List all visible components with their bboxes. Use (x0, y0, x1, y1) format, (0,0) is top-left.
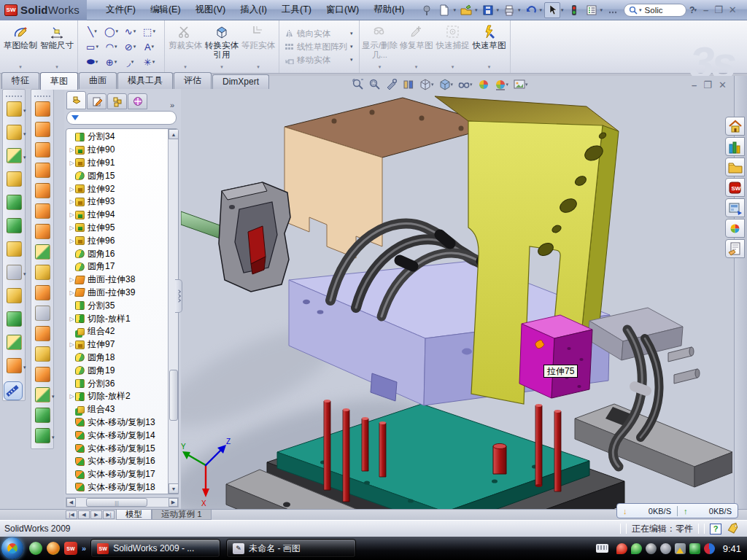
undo-dropdown-icon[interactable]: ▾ (540, 7, 543, 13)
zoom-area-icon[interactable] (368, 78, 382, 91)
custom-properties-button[interactable] (725, 239, 745, 258)
cmd-smartdim[interactable]: 智能尺寸▾ (39, 22, 75, 71)
open-dropdown-icon[interactable]: ▾ (475, 7, 478, 13)
rib-tool-icon[interactable] (7, 288, 22, 303)
select-icon[interactable] (544, 2, 560, 18)
cmd-convert-dropdown-icon[interactable]: ▾ (220, 64, 223, 70)
options-icon[interactable] (584, 2, 600, 18)
help-dropdown-icon[interactable]: ▾ (694, 7, 697, 13)
radiate-surface-tool-icon[interactable] (35, 285, 50, 300)
select-dropdown-icon[interactable]: ▾ (561, 7, 564, 13)
plus-shield-tray-icon[interactable] (689, 543, 700, 554)
open-icon[interactable] (458, 2, 474, 18)
entity-selection-box-icon[interactable]: ⬚▾ (140, 24, 159, 39)
save-icon[interactable] (480, 2, 496, 18)
pin-icon[interactable] (419, 2, 435, 18)
expand-arrow-icon[interactable]: ▷ (69, 186, 75, 192)
tree-item[interactable]: ▷拉伸97 (66, 338, 169, 351)
search-box[interactable]: ▾ Solic (624, 4, 686, 17)
entity-sketch-text-icon[interactable]: A▾ (140, 39, 159, 55)
fillet-dropdown-icon[interactable]: ▾ (23, 155, 26, 160)
menu-V[interactable]: 视图(V) (188, 1, 233, 19)
tree-item[interactable]: ▷曲面-拉伸38 (66, 273, 169, 287)
save-dropdown-icon[interactable]: ▾ (497, 7, 500, 13)
tree-item[interactable]: 实体-移动/复制14 (66, 429, 169, 442)
tree-item[interactable]: ▷拉伸93 (66, 195, 169, 209)
cmd-convert[interactable]: 转换实体引用▾ (204, 22, 240, 71)
filled-surface-tool-icon[interactable] (35, 163, 50, 178)
expand-arrow-icon[interactable]: ▷ (69, 198, 75, 205)
menu-T[interactable]: 工具(T) (274, 1, 319, 19)
apply-scene-dropdown-icon[interactable]: ▾ (506, 82, 509, 88)
parting-surface-tool-icon[interactable]: ▾ (35, 387, 50, 402)
view-settings-icon[interactable]: ▾ (513, 78, 529, 91)
extruded-cut-dropdown-icon[interactable]: ▾ (23, 131, 26, 137)
core-dropdown-icon[interactable]: ▾ (52, 435, 55, 440)
tree-item[interactable]: ▷切除-放样2 (66, 390, 169, 403)
linear-pattern-tool-icon[interactable]: ▾ (7, 265, 22, 280)
ruled-surface-tool-icon[interactable] (35, 142, 50, 158)
scroll-left-arrow[interactable]: ◀ (66, 498, 76, 507)
menu-I[interactable]: 插入(I) (233, 1, 274, 19)
entity-circle-icon[interactable]: ◯▾ (102, 24, 121, 39)
toolbar-grip[interactable] (6, 96, 22, 98)
tree-item[interactable]: ▷拉伸96 (66, 234, 169, 247)
flex-tool-icon[interactable]: ▾ (7, 358, 22, 373)
doc-tab-模型[interactable]: 模型 (116, 510, 152, 520)
file-explorer-button[interactable] (725, 158, 745, 176)
display-style-icon[interactable]: ▾ (438, 78, 454, 91)
expand-arrow-icon[interactable]: ▷ (69, 316, 75, 322)
expand-arrow-icon[interactable]: ▷ (69, 238, 75, 244)
entity-centerpoint-arc-icon[interactable]: ◠▾ (102, 39, 121, 55)
tree-horizontal-scrollbar[interactable]: ◀ ||| ▶ (66, 497, 179, 508)
tree-item[interactable]: 组合43 (66, 403, 169, 416)
cmd-sketch-dropdown-icon[interactable]: ▾ (19, 64, 22, 70)
panel-splitter-handle[interactable] (175, 279, 182, 313)
extruded-cut-tool-icon[interactable]: ▾ (7, 125, 22, 140)
solidworks-resources-button[interactable] (725, 117, 745, 136)
zoom-selection-icon[interactable] (385, 78, 398, 91)
tree-item[interactable]: 分割36 (66, 377, 169, 390)
parting-surface-dropdown-icon[interactable]: ▾ (52, 394, 55, 400)
quick-tips-icon[interactable]: ? (710, 524, 721, 534)
appearances-button[interactable] (725, 219, 745, 238)
trim-surface-tool-icon[interactable] (35, 265, 50, 280)
scroll-down-arrow[interactable]: ▼ (169, 483, 179, 494)
new-dropdown-icon[interactable]: ▾ (453, 7, 456, 13)
wireless-warning-tray-icon[interactable] (675, 543, 686, 554)
view-orientation-icon[interactable]: ▾ (419, 78, 435, 91)
solidworks-quicklaunch-icon[interactable]: SW (64, 542, 77, 555)
restore-button[interactable]: ❐ (714, 4, 723, 15)
view-orientation-dropdown-icon[interactable]: ▾ (431, 82, 434, 88)
expand-arrow-icon[interactable]: ▷ (69, 341, 75, 348)
rebuild-icon[interactable] (566, 2, 582, 18)
entity-spline-icon[interactable]: ∿▾ (121, 24, 140, 39)
split-body-tool-icon[interactable] (7, 335, 22, 350)
hide-show-items-dropdown-icon[interactable]: ▾ (470, 82, 473, 88)
doc-close-button[interactable]: ✕ (719, 79, 727, 90)
tree-item[interactable]: 圆角18 (66, 351, 169, 365)
first-tab-button[interactable]: |◀ (66, 510, 77, 519)
volume-tray-icon[interactable] (660, 543, 671, 554)
entity-point-icon[interactable]: ✳▾ (140, 55, 159, 70)
scroll-right-arrow[interactable]: ▶ (169, 498, 178, 507)
entity-ellipse-icon[interactable]: ⊘▾ (121, 39, 140, 55)
taskbar-clock[interactable]: 9:41 (723, 543, 741, 554)
extend-surface-tool-icon[interactable] (35, 244, 50, 260)
horizontal-scroll-thumb[interactable]: ||| (86, 498, 147, 507)
tree-item[interactable]: 圆角17 (66, 260, 169, 273)
quick-launch-overflow-icon[interactable]: » (82, 544, 86, 553)
tree-item[interactable]: 分割35 (66, 299, 169, 312)
fillet-tool-icon[interactable]: ▾ (7, 148, 22, 163)
tree-item[interactable]: 圆角16 (66, 247, 169, 260)
knit-surface-tool-icon[interactable] (35, 183, 50, 198)
expand-arrow-icon[interactable]: ▷ (69, 225, 75, 231)
close-button[interactable]: ✕ (729, 4, 737, 15)
print-icon[interactable] (501, 2, 517, 18)
scroll-up-arrow[interactable]: ▲ (169, 129, 179, 139)
edit-appearance-icon[interactable] (477, 78, 490, 91)
entity-straight-slot-icon[interactable]: ⬬▾ (83, 55, 102, 70)
shut-off-surface-tool-icon[interactable] (35, 367, 50, 382)
menu-E[interactable]: 编辑(E) (143, 1, 188, 19)
tree-item[interactable]: 圆角19 (66, 364, 169, 377)
